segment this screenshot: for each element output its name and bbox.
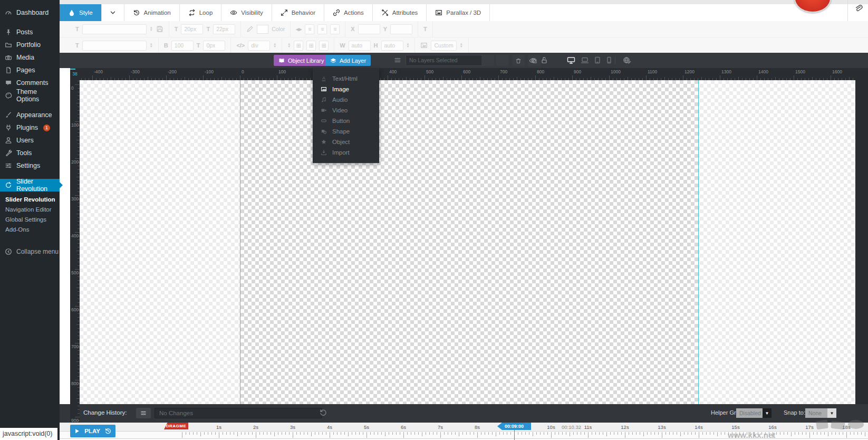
sidebar-item-plugins[interactable]: Plugins1: [0, 121, 60, 134]
align-center-button[interactable]: ≡: [317, 24, 327, 34]
ruler-label: 0: [71, 85, 74, 91]
sidebar-item-dashboard[interactable]: Dashboard: [0, 6, 60, 19]
font-style-stepper[interactable]: ▲▼: [150, 43, 153, 48]
add-layer-menu-item-import[interactable]: Import: [313, 147, 379, 158]
tab-style[interactable]: Style: [60, 4, 102, 21]
history-status-field[interactable]: No Changes: [155, 408, 322, 418]
v-align-bottom-button[interactable]: ⊞: [319, 41, 329, 51]
ruler-tick: [76, 214, 80, 214]
sidebar-item-media[interactable]: Media: [0, 51, 60, 64]
align-right-button[interactable]: ≡: [330, 24, 340, 34]
font-size-field[interactable]: 20px: [181, 24, 203, 34]
delete-layer-button[interactable]: [512, 55, 525, 66]
v-align-middle-button[interactable]: ⊞: [306, 41, 316, 51]
timeline-tick: [411, 432, 411, 435]
unlock-icon[interactable]: [541, 56, 548, 64]
add-layer-menu-item-text-html[interactable]: Text/Html: [313, 73, 379, 84]
sidebar-item-posts[interactable]: Posts: [0, 26, 60, 39]
ruler-label: 1300: [721, 69, 731, 74]
tab-visibility[interactable]: Visibility: [221, 4, 272, 21]
font-style-select[interactable]: [82, 41, 147, 51]
helper-grid-arrow[interactable]: ▼: [763, 408, 771, 418]
snap-to-select[interactable]: None: [805, 408, 831, 418]
book-icon: [278, 58, 285, 64]
sidebar-item-theme-options[interactable]: Theme Options: [0, 89, 60, 102]
letter-spacing-field[interactable]: 0px: [203, 41, 225, 51]
tab-actions[interactable]: Actions: [324, 4, 373, 21]
tag-stepper[interactable]: ▲▼: [273, 43, 276, 48]
history-list-button[interactable]: [136, 408, 151, 418]
sidebar-subitem-global-settings[interactable]: Global Settings: [0, 215, 60, 225]
tab-loop[interactable]: Loop: [180, 4, 222, 21]
x-field[interactable]: [358, 24, 380, 34]
timeline-tick: [403, 432, 404, 438]
add-layer-menu-item-audio[interactable]: Audio: [313, 94, 379, 105]
h-field[interactable]: auto: [381, 41, 403, 51]
layer-action-button-1[interactable]: [481, 55, 494, 66]
sidebar-item-portfolio[interactable]: Portfolio: [0, 39, 60, 51]
play-button[interactable]: PLAY: [70, 425, 115, 437]
tab-animation[interactable]: Animation: [124, 4, 180, 21]
timeline-tick: [643, 432, 644, 436]
snap-to-arrow[interactable]: ▼: [827, 408, 836, 418]
tab-attributes[interactable]: Attributes: [373, 4, 427, 21]
slide-canvas[interactable]: [80, 80, 855, 404]
line-height-field[interactable]: 22px: [213, 24, 235, 34]
dragme-marker[interactable]: DRAGME: [164, 423, 188, 429]
y-field[interactable]: [390, 24, 412, 34]
add-layer-menu-item-shape[interactable]: Shape: [313, 126, 379, 137]
collapse-menu-button[interactable]: Collapse menu: [0, 245, 60, 258]
layer-list-icon[interactable]: [394, 56, 401, 64]
font-family-select[interactable]: [82, 24, 147, 34]
timeline-tick: [389, 432, 389, 435]
sidebar-item-tools[interactable]: Tools: [0, 147, 60, 159]
ruler-tick: [683, 75, 683, 80]
sidebar-item-label: Users: [16, 137, 34, 144]
add-layer-button[interactable]: Add Layer: [325, 55, 371, 66]
ruler-tick: [78, 376, 80, 377]
globe-edit-icon[interactable]: [623, 56, 631, 64]
tablet-view-icon[interactable]: [593, 56, 602, 64]
custom-size-stepper[interactable]: ▲▼: [460, 43, 463, 48]
tab-more[interactable]: [102, 4, 124, 21]
v-align-top-button[interactable]: ⊞: [294, 41, 303, 51]
v-align-stepper[interactable]: ▲▼: [287, 43, 291, 48]
sidebar-subitem-slider-revolution[interactable]: Slider Revolution: [0, 195, 60, 205]
sidebar-item-pages[interactable]: Pages: [0, 64, 60, 76]
weight-select[interactable]: 100: [171, 41, 194, 51]
align-left-button[interactable]: ≡: [305, 24, 314, 34]
layer-action-button-2[interactable]: [496, 55, 509, 66]
laptop-view-icon[interactable]: [581, 56, 589, 64]
undo-history-icon[interactable]: [319, 408, 327, 417]
tag-select[interactable]: div: [248, 41, 270, 51]
add-layer-menu-item-button[interactable]: Button: [313, 116, 379, 126]
save-style-icon[interactable]: [156, 25, 163, 33]
font-family-stepper[interactable]: ▲▼: [150, 26, 153, 32]
desktop-view-icon[interactable]: [567, 56, 575, 64]
size-link-stepper[interactable]: ▲▼: [407, 43, 410, 48]
add-layer-menu-item-video[interactable]: Video: [313, 105, 379, 116]
color-swatch[interactable]: [257, 25, 268, 34]
add-layer-menu-item-image[interactable]: Image: [313, 84, 379, 94]
phone-view-icon[interactable]: [605, 56, 613, 64]
sidebar-item-settings[interactable]: Settings: [0, 159, 60, 172]
custom-size-select[interactable]: Custom: [431, 41, 456, 51]
add-layer-menu-item-object[interactable]: Object: [313, 137, 379, 147]
eye-icon[interactable]: [529, 57, 536, 64]
timeline-second-label: 15s: [731, 424, 739, 430]
slide-content-area[interactable]: [240, 80, 699, 404]
paperclip-icon[interactable]: [854, 4, 864, 14]
sidebar-item-users[interactable]: Users: [0, 134, 60, 147]
sidebar-item-comments[interactable]: Comments: [0, 76, 60, 89]
w-field[interactable]: auto: [349, 41, 371, 51]
selected-layers-field[interactable]: No Layers Selected: [406, 55, 486, 66]
sidebar-subitem-add-ons[interactable]: Add-Ons: [0, 225, 60, 235]
sidebar-item-appearance[interactable]: Appearance: [0, 109, 60, 121]
sidebar-item-slider-revolution[interactable]: Slider Revolution: [0, 179, 60, 192]
size-group: W auto H auto ▲▼: [334, 37, 415, 53]
tab-parallax-3d[interactable]: Parallax / 3D: [427, 4, 490, 21]
object-library-button[interactable]: Object Library: [274, 55, 329, 66]
playhead-marker[interactable]: 00:09:00: [497, 423, 531, 430]
tab-behavior[interactable]: Behavior: [272, 4, 324, 21]
sidebar-subitem-navigation-editor[interactable]: Navigation Editor: [0, 205, 60, 215]
